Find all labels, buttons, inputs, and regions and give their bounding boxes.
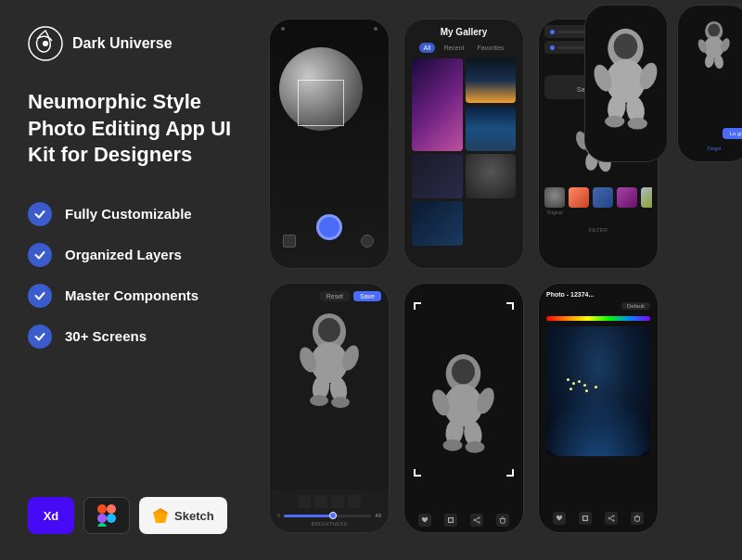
crop-corner-tl <box>414 302 421 310</box>
feature-item-layers: Organized Layers <box>28 243 232 267</box>
gallery-img-launch[interactable] <box>466 58 517 103</box>
crop-action-bar <box>404 514 523 527</box>
dot-right <box>374 27 377 31</box>
svg-line-33 <box>475 518 478 520</box>
astronaut-right-figure <box>589 23 663 144</box>
figma-badge <box>83 497 130 534</box>
earth-image <box>546 326 650 456</box>
gallery-grid <box>412 58 516 246</box>
filter-section-label: FILTER <box>544 219 652 235</box>
check-icon-customizable <box>28 202 52 226</box>
tab-favorites[interactable]: Favorites <box>473 43 509 53</box>
forgot-label: Forgot <box>708 146 721 151</box>
filter-thumb-img-4[interactable] <box>617 187 637 208</box>
action-heart-icon[interactable] <box>418 514 431 527</box>
gallery-img-astro1[interactable] <box>412 154 463 198</box>
action-share-icon[interactable] <box>470 514 483 527</box>
tool-icon-2[interactable] <box>314 495 327 508</box>
tab-recent[interactable]: Recent <box>439 43 468 53</box>
phone-photo-edit-screen: Photo - 12374... Default <box>539 284 658 532</box>
svg-point-30 <box>474 519 476 521</box>
svg-rect-4 <box>97 514 107 523</box>
phone-camera-screen <box>270 19 389 268</box>
crop-bg <box>404 284 523 532</box>
feature-text-screens: 30+ Screens <box>65 328 147 344</box>
photo-action-crop[interactable] <box>579 512 592 525</box>
sketch-badge: Sketch <box>139 497 227 534</box>
tagline: Neumorphic Style Photo Editing App UI Ki… <box>28 89 232 169</box>
xd-label: Xd <box>44 509 59 523</box>
xd-badge: Xd <box>28 497 74 534</box>
svg-point-19 <box>331 397 350 408</box>
gallery-img-astro3[interactable] <box>412 201 463 246</box>
tab-all[interactable]: All <box>419 43 436 53</box>
sketch-label: Sketch <box>174 509 214 523</box>
forgot-link[interactable]: Forgot <box>678 137 742 154</box>
reset-button[interactable]: Reset <box>320 291 350 301</box>
original-label: Original <box>544 210 565 215</box>
save-button[interactable]: Save <box>353 291 381 301</box>
login-bg: Lo gin Forgot <box>678 6 742 161</box>
gallery-img-astro2[interactable] <box>466 154 517 198</box>
tool-icon-4[interactable] <box>348 495 361 508</box>
url-dot-2 <box>550 45 555 50</box>
filter-thumb-img-5[interactable] <box>641 187 652 208</box>
phone-crop <box>403 283 524 533</box>
tool-icons-row <box>277 495 381 508</box>
phone-crop-screen <box>404 284 523 532</box>
dot-left <box>281 27 285 31</box>
astronaut-right-bg <box>585 6 667 161</box>
filter-thumb-img-2[interactable] <box>569 187 589 208</box>
feature-item-customizable: Fully Customizable <box>28 202 232 226</box>
svg-rect-29 <box>449 518 454 523</box>
color-bar[interactable] <box>546 316 650 321</box>
camera-shutter-button[interactable] <box>316 214 342 240</box>
phone-camera <box>269 19 390 269</box>
photo-title-bar: Photo - 12374... <box>546 291 650 298</box>
svg-point-21 <box>452 359 475 384</box>
crop-corner-br <box>506 469 514 477</box>
photo-action-share[interactable] <box>605 512 618 525</box>
left-panel: Dark Universe Neumorphic Style Photo Edi… <box>0 0 260 560</box>
action-delete-icon[interactable] <box>496 514 509 527</box>
tool-icon-3[interactable] <box>331 495 344 508</box>
svg-point-18 <box>310 395 328 406</box>
city-lights <box>567 378 569 381</box>
feature-item-components: Master Components <box>28 284 232 308</box>
gallery-img-earth[interactable] <box>466 107 517 151</box>
filter-title: FILTER <box>589 227 608 233</box>
photo-action-delete[interactable] <box>631 512 644 525</box>
tool-icon-1[interactable] <box>298 495 311 508</box>
filter-thumbs-row: Original <box>544 187 652 215</box>
camera-gallery-icon[interactable] <box>283 235 296 248</box>
svg-line-49 <box>609 516 612 518</box>
svg-point-63 <box>606 59 646 103</box>
svg-rect-2 <box>97 504 107 514</box>
svg-point-1 <box>43 41 48 46</box>
camera-flip-icon[interactable] <box>361 235 374 248</box>
control-bar: 0 40 BRIGHTNESS <box>270 490 389 532</box>
filter-thumb-5 <box>641 187 652 215</box>
slider-thumb[interactable] <box>329 512 337 519</box>
phone-brightness-screen: Reset Save <box>270 284 389 532</box>
gallery-tabs: All Recent Favorites <box>412 43 516 53</box>
svg-point-55 <box>708 24 720 37</box>
svg-point-5 <box>107 514 116 523</box>
filter-thumb-img-1[interactable] <box>544 187 565 208</box>
svg-point-62 <box>614 33 638 59</box>
svg-rect-45 <box>583 516 588 521</box>
crop-corner-tr <box>506 302 514 310</box>
filter-thumb-img-3[interactable] <box>593 187 613 208</box>
earth-glow <box>546 391 650 456</box>
feature-item-screens: 30+ Screens <box>28 325 232 349</box>
photo-action-heart[interactable] <box>553 512 566 525</box>
phone-login: Lo gin Forgot <box>677 5 742 162</box>
gallery-img-nebula[interactable] <box>412 58 463 151</box>
action-crop-icon[interactable] <box>444 514 457 527</box>
check-icon-layers <box>28 243 52 267</box>
svg-point-27 <box>443 439 463 452</box>
phone-astronaut-right <box>584 5 668 162</box>
svg-rect-3 <box>107 504 116 514</box>
brightness-slider-track[interactable] <box>284 515 371 517</box>
crop-astronaut <box>427 352 501 464</box>
